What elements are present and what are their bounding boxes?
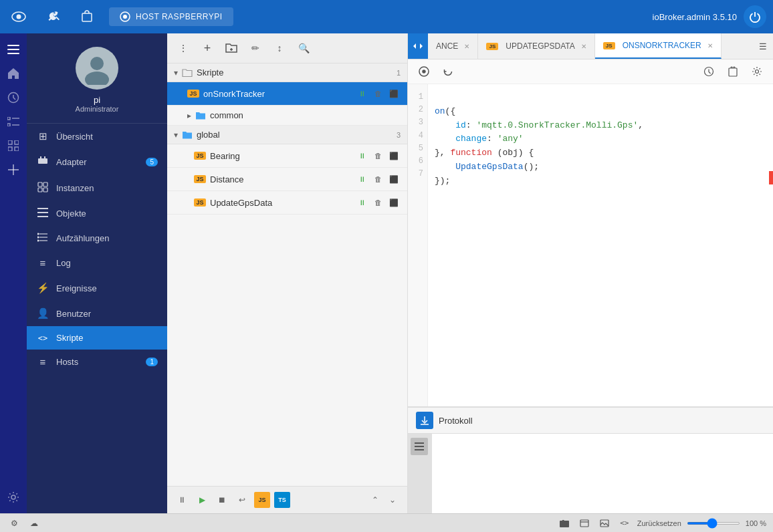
svg-rect-5 <box>7 45 19 46</box>
code-content[interactable]: on({ id: 'mqtt.0.SnorkTracker.Molli.Gps'… <box>428 84 773 406</box>
icon-bar <box>0 33 27 513</box>
nav-label-skripte: Skripte <box>56 333 83 343</box>
wrench-icon[interactable] <box>41 5 65 29</box>
play-pause-btn[interactable]: ⏸ <box>174 492 190 508</box>
sidebar-item-ubersicht[interactable]: ⊞ Übersicht <box>27 124 167 149</box>
log-list-btn[interactable] <box>411 438 428 455</box>
tab-ance[interactable]: ANCE ✕ <box>428 33 478 59</box>
pause-button-onsnorktracker[interactable]: ⏸ <box>355 87 368 100</box>
iconbar-grid[interactable] <box>3 135 24 156</box>
code-line-2: on({ <box>435 105 766 119</box>
bottom-bar-arrows: ⌃ ⌄ <box>367 492 401 508</box>
export-button-updategpsdata[interactable]: ⬛ <box>387 196 401 209</box>
code-tabs-bar: ANCE ✕ JS UPDATEGPSDATA ✕ JS ONSNORKTRAC… <box>408 33 773 59</box>
collapse-sidebar-button[interactable] <box>408 33 428 59</box>
close-tab-ance[interactable]: ✕ <box>464 43 469 50</box>
tree-group-common[interactable]: ▸ common <box>167 106 407 126</box>
pause-button-bearing[interactable]: ⏸ <box>355 149 368 162</box>
add-script-button[interactable]: + <box>198 39 217 57</box>
tab-onsnorktracker[interactable]: JS ONSNORKTRACKER ✕ <box>595 33 722 59</box>
eye-icon[interactable] <box>7 5 31 29</box>
user-role: Administrator <box>76 105 119 113</box>
run-script-button[interactable] <box>415 62 433 81</box>
iconbar-home[interactable] <box>3 63 24 84</box>
export-icon[interactable] <box>75 5 99 29</box>
sidebar-item-hosts[interactable]: ≡ Hosts 1 <box>27 350 167 374</box>
delete-button-updategpsdata[interactable]: 🗑 <box>371 196 384 209</box>
more-options-button[interactable]: ⋮ <box>174 39 193 57</box>
play-btn[interactable]: ▶ <box>194 492 210 508</box>
sidebar-item-adapter[interactable]: Adapter 5 <box>27 149 167 175</box>
iconbar-clock[interactable] <box>3 87 24 108</box>
tree-item-distance[interactable]: JS Distance ⏸ 🗑 ⬛ <box>167 168 407 191</box>
delete-button-bearing[interactable]: 🗑 <box>371 149 384 162</box>
item-actions-onsnorktracker: ⏸ 🗑 ⬛ <box>355 87 401 100</box>
tree-item-onsnorktracker[interactable]: JS onSnorkTracker ⏸ 🗑 ⬛ <box>167 82 407 106</box>
export-button-bearing[interactable]: ⬛ <box>387 149 401 162</box>
tab-updategpsdata[interactable]: JS UPDATEGPSDATA ✕ <box>478 33 594 59</box>
ts-type-btn[interactable]: TS <box>274 492 290 508</box>
log-panel: Protokoll <box>408 406 773 513</box>
sidebar-item-aufzahlungen[interactable]: Aufzählungen <box>27 226 167 251</box>
code-editor-area[interactable]: 1 2 3 4 5 6 7 on({ id: 'mqtt.0.SnorkTrac… <box>408 84 773 406</box>
export-button-onsnorktracker[interactable]: ⬛ <box>387 87 401 100</box>
tree-group-skripte[interactable]: ▾ Skripte 1 <box>167 63 407 82</box>
search-button[interactable]: 🔍 <box>294 39 313 57</box>
tabs-menu-button[interactable]: ☰ <box>753 33 773 59</box>
stop-btn[interactable]: ⏹ <box>214 492 230 508</box>
tree-item-bearing[interactable]: JS Bearing ⏸ 🗑 ⬛ <box>167 144 407 168</box>
sidebar-item-benutzer[interactable]: 👤 Benutzer <box>27 301 167 326</box>
delete-button-distance[interactable]: 🗑 <box>371 172 384 186</box>
history-button[interactable] <box>699 62 718 81</box>
statusbar-window-btn[interactable] <box>577 516 592 531</box>
ubersicht-icon: ⊞ <box>36 130 49 142</box>
js-type-btn[interactable]: JS <box>254 492 270 508</box>
sidebar-item-ereignisse[interactable]: ⚡ Ereignisse <box>27 275 167 301</box>
zoom-slider[interactable] <box>687 522 740 525</box>
hosts-badge: 1 <box>146 358 158 366</box>
script-label-bearing: Bearing <box>210 151 355 161</box>
pause-button-updategpsdata[interactable]: ⏸ <box>355 196 368 209</box>
statusbar-code-btn[interactable]: <> <box>617 516 632 531</box>
nav-label-benutzer: Benutzer <box>56 309 91 319</box>
iconbar-menu[interactable] <box>3 39 24 60</box>
host-button[interactable]: HOST RASPBERRYPI <box>109 7 233 26</box>
iconbar-plus[interactable] <box>3 159 24 180</box>
statusbar-image-btn[interactable] <box>597 516 612 531</box>
sidebar-item-objekte[interactable]: Objekte <box>27 201 167 226</box>
sort-button[interactable]: ↕ <box>270 39 289 57</box>
code-line-6: UpdateGpsData(); <box>435 160 766 174</box>
settings-script-button[interactable] <box>748 62 766 81</box>
close-tab-onsnorktracker[interactable]: ✕ <box>707 42 713 49</box>
statusbar-cloud-btn[interactable]: ☁ <box>27 516 41 531</box>
js-badge-bearing: JS <box>194 152 206 160</box>
svg-rect-14 <box>15 140 19 144</box>
sidebar-item-skripte[interactable]: <> Skripte <box>27 326 167 350</box>
statusbar-settings-btn[interactable]: ⚙ <box>7 516 21 531</box>
tree-item-updategpsdata[interactable]: JS UpdateGpsData ⏸ 🗑 ⬛ <box>167 191 407 215</box>
power-button[interactable] <box>744 5 766 28</box>
pause-button-distance[interactable]: ⏸ <box>355 172 368 186</box>
sidebar-item-instanzen[interactable]: Instanzen <box>27 175 167 201</box>
svg-rect-30 <box>37 212 48 213</box>
close-tab-updategpsdata[interactable]: ✕ <box>581 43 586 50</box>
refresh-button[interactable] <box>439 62 457 81</box>
code-line-7: }); <box>435 174 766 188</box>
clipboard-button[interactable] <box>724 62 742 81</box>
iconbar-list[interactable] <box>3 111 24 132</box>
expand-all-btn[interactable]: ⌄ <box>384 492 401 508</box>
iconbar-settings[interactable] <box>3 487 24 508</box>
svg-rect-15 <box>8 147 12 151</box>
log-download-button[interactable] <box>416 412 433 429</box>
script-label-distance: Distance <box>210 174 355 184</box>
sidebar-item-log[interactable]: ≡ Log <box>27 251 167 275</box>
collapse-all-btn[interactable]: ⌃ <box>367 492 383 508</box>
add-folder-button[interactable] <box>222 39 241 57</box>
delete-button-onsnorktracker[interactable]: 🗑 <box>371 87 384 100</box>
statusbar-screenshot-btn[interactable] <box>557 516 572 531</box>
script-label-updategpsdata: UpdateGpsData <box>210 198 355 208</box>
tree-group-global[interactable]: ▾ global 3 <box>167 126 407 144</box>
export-button-distance[interactable]: ⬛ <box>387 172 401 186</box>
edit-button[interactable]: ✏ <box>246 39 265 57</box>
undo-btn[interactable]: ↩ <box>234 492 250 508</box>
